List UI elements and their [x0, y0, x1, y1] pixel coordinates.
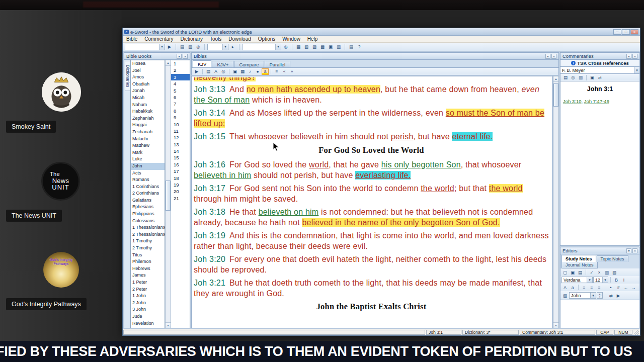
- compare-icon[interactable]: ▤: [348, 44, 355, 50]
- lookup-icon[interactable]: ▸: [229, 44, 236, 50]
- verse-ref[interactable]: Joh 3:21: [194, 279, 225, 287]
- dropdown-arrow-icon[interactable]: [222, 44, 228, 50]
- images-icon[interactable]: ▦: [239, 68, 246, 75]
- align-left-icon[interactable]: ≡: [581, 284, 588, 291]
- verse-ref[interactable]: Joh 3:14: [194, 109, 225, 117]
- scroll-up-icon[interactable]: [553, 76, 558, 82]
- editor-tab-topic-notes[interactable]: Topic Notes: [597, 255, 628, 262]
- minimize-button[interactable]: ─: [613, 29, 621, 35]
- font-icon[interactable]: A: [212, 68, 219, 75]
- panel-close-button[interactable]: [551, 54, 556, 59]
- search-bible-icon[interactable]: ◎: [195, 44, 202, 50]
- note-chapter-spinner[interactable]: [597, 292, 603, 299]
- bible-text-scrollbar[interactable]: [553, 76, 559, 328]
- sync-icon[interactable]: ⇄: [607, 292, 614, 299]
- book-item-3-john[interactable]: 3 John: [131, 306, 165, 313]
- window-titlebar[interactable]: e e-Sword - the Sword of the LORD with a…: [123, 28, 640, 36]
- indent-icon[interactable]: →: [630, 284, 637, 291]
- book-item-haggai[interactable]: Haggai: [131, 122, 165, 129]
- print-icon[interactable]: ▥: [577, 74, 584, 81]
- chapter-item-19[interactable]: 19: [171, 182, 190, 188]
- copy-icon[interactable]: ▤: [562, 74, 569, 81]
- chapter-item-1[interactable]: 1: [171, 60, 190, 67]
- book-item-habakkuk[interactable]: Habakkuk: [131, 108, 165, 115]
- search-icon[interactable]: ◎: [570, 74, 577, 81]
- dropdown-arrow-icon[interactable]: [159, 44, 165, 50]
- menu-download[interactable]: Download: [225, 36, 254, 42]
- book-item-mark[interactable]: Mark: [131, 149, 165, 156]
- dictionary-lookup-icon[interactable]: ◎: [282, 44, 289, 50]
- verse-ref[interactable]: Joh 3:19: [194, 231, 225, 240]
- go-to-reference-icon[interactable]: ▶: [166, 44, 173, 50]
- back-icon[interactable]: «: [281, 68, 288, 75]
- play-audio-icon[interactable]: ▶: [193, 68, 200, 75]
- strongs-combo[interactable]: [207, 44, 228, 50]
- book-item-zephaniah[interactable]: Zephaniah: [131, 115, 165, 122]
- new-note-icon[interactable]: ▢: [561, 269, 569, 276]
- panel-close-button[interactable]: [183, 54, 188, 59]
- dropdown-arrow-icon[interactable]: [590, 293, 596, 298]
- italic-icon[interactable]: I: [620, 277, 627, 283]
- chapter-item-9[interactable]: 9: [171, 114, 190, 121]
- book-item-acts[interactable]: Acts: [131, 170, 165, 177]
- book-item-1-timothy[interactable]: 1 Timothy: [131, 238, 165, 245]
- menu-window[interactable]: Window: [279, 36, 304, 42]
- book-item-matthew[interactable]: Matthew: [131, 142, 165, 149]
- commentary-selector-combo[interactable]: F. B. Meyer: [560, 67, 640, 74]
- scroll-up-icon[interactable]: [166, 60, 171, 66]
- book-item-colossians[interactable]: Colossians: [131, 218, 165, 225]
- chapter-item-15[interactable]: 15: [171, 154, 190, 161]
- editor-tab-study-notes[interactable]: Study Notes: [561, 255, 596, 262]
- chapter-item-20[interactable]: 20: [171, 188, 190, 195]
- panel-menu-button[interactable]: [626, 54, 631, 59]
- book-item-luke[interactable]: Luke: [131, 156, 165, 163]
- verse-ref[interactable]: Joh 3:20: [194, 255, 225, 263]
- book-item-philippians[interactable]: Philippians: [131, 211, 165, 218]
- paste-icon[interactable]: ▧: [611, 269, 618, 276]
- book-item-jonah[interactable]: Jonah: [131, 87, 165, 95]
- scroll-thumb[interactable]: [166, 180, 171, 211]
- book-item-2-timothy[interactable]: 2 Timothy: [131, 245, 165, 252]
- book-item-1-thessalonians[interactable]: 1 Thessalonians: [131, 224, 165, 231]
- book-item-james[interactable]: James: [131, 272, 165, 279]
- layout-dictionaries-icon[interactable]: ▨: [311, 44, 318, 50]
- menu-dictionary[interactable]: Dictionary: [177, 36, 206, 42]
- audio-icon[interactable]: ♪: [247, 68, 254, 75]
- copy-verses-icon[interactable]: ▤: [205, 68, 212, 75]
- menu-tools[interactable]: Tools: [206, 36, 225, 42]
- book-item-philemon[interactable]: Philemon: [131, 258, 165, 265]
- book-item-amos[interactable]: Amos: [131, 74, 165, 81]
- chapter-item-13[interactable]: 13: [171, 141, 190, 148]
- dropdown-arrow-icon[interactable]: [275, 44, 281, 50]
- bullet-list-icon[interactable]: •: [607, 284, 614, 291]
- help-icon[interactable]: ?: [356, 44, 363, 50]
- chapter-item-10[interactable]: 10: [171, 121, 190, 128]
- chapter-item-7[interactable]: 7: [171, 101, 190, 107]
- editor-tab-journal-notes[interactable]: Journal Notes: [561, 262, 598, 268]
- book-item-titus[interactable]: Titus: [131, 252, 165, 259]
- panel-menu-button[interactable]: [545, 54, 550, 59]
- notes-icon[interactable]: ▣: [589, 74, 596, 81]
- search-icon[interactable]: ◎: [220, 68, 227, 75]
- resize-grip[interactable]: [633, 330, 639, 335]
- commentary-link-joh-3-10[interactable]: Joh 3:10: [563, 99, 581, 104]
- chapter-item-16[interactable]: 16: [171, 161, 190, 168]
- commentary-resource-tab[interactable]: i TSK Cross References: [560, 60, 640, 67]
- align-center-icon[interactable]: ≡: [588, 284, 595, 291]
- align-right-icon[interactable]: ≡: [596, 284, 603, 291]
- book-item-micah[interactable]: Micah: [131, 95, 165, 102]
- dropdown-arrow-icon[interactable]: [602, 277, 608, 283]
- bible-reference-combo[interactable]: [125, 44, 165, 50]
- note-book-combo[interactable]: John: [569, 292, 596, 299]
- chapter-item-18[interactable]: 18: [171, 175, 190, 182]
- outdent-icon[interactable]: ←: [622, 284, 629, 291]
- chapter-item-21[interactable]: 21: [171, 195, 190, 202]
- book-item-1-corinthians[interactable]: 1 Corinthians: [131, 184, 165, 191]
- bible-tab-kjv[interactable]: KJV: [193, 60, 211, 67]
- chapter-item-8[interactable]: 8: [171, 108, 190, 114]
- highlight-icon[interactable]: a: [262, 68, 269, 75]
- panel-close-button[interactable]: [632, 248, 637, 253]
- verse-ref[interactable]: Joh 3:18: [194, 208, 225, 216]
- bible-text-area[interactable]: heavenly things?Joh 3:13And no man hath …: [191, 76, 552, 328]
- chapter-item-6[interactable]: 6: [171, 94, 190, 101]
